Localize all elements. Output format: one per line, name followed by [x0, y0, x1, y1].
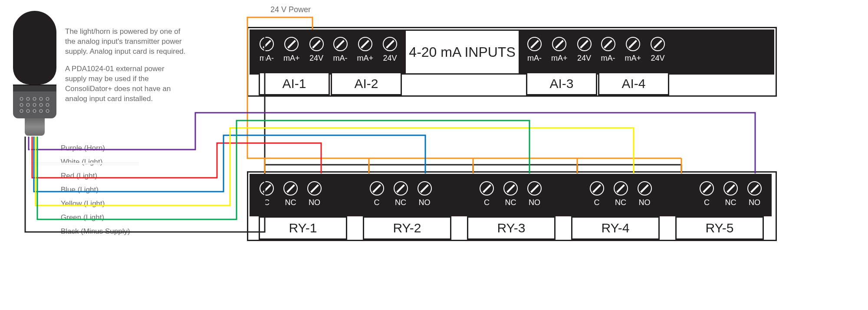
ai1-mA-: mA-	[260, 31, 274, 73]
ai2-mA-: mA-	[333, 31, 348, 73]
ry3-label: RY-3	[467, 216, 556, 240]
ry3-no: NO	[527, 175, 542, 215]
legend-red: Red (Light)	[61, 172, 97, 180]
power-label: 24 V Power	[270, 5, 311, 14]
ai3-24v: 24V	[577, 31, 592, 73]
relay-block: C NC NO C NC NO C NC NO C NC NO C NC NO	[250, 174, 772, 216]
tower-horn	[13, 91, 56, 118]
ry2-nc: NC	[394, 175, 408, 215]
ry4-no: NO	[638, 175, 652, 215]
ai2-mA+: mA+	[357, 31, 374, 73]
ry2-label: RY-2	[363, 216, 451, 240]
ry2-c: C	[370, 175, 384, 215]
ai4-24v: 24V	[651, 31, 665, 73]
tower-stem	[25, 118, 45, 136]
legend-white: White (Light)	[61, 158, 102, 166]
legend-green: Green (Light)	[61, 213, 104, 222]
ai3-label: AI-3	[526, 72, 597, 95]
light-horn-device	[13, 11, 56, 136]
legend-purple: Purple (Horn)	[61, 144, 105, 153]
ry5-nc: NC	[723, 175, 738, 215]
legend-yellow: Yellow (Light)	[61, 199, 105, 208]
ry1-nc: NC	[283, 175, 298, 215]
ry3-nc: NC	[503, 175, 518, 215]
ai3-mA+: mA+	[551, 31, 568, 73]
ry4-c: C	[590, 175, 604, 215]
tower-dome	[13, 11, 56, 85]
ry4-label: RY-4	[571, 216, 660, 240]
ry5-label: RY-5	[675, 216, 764, 240]
note-2: A PDA1024-01 external power supply may b…	[65, 64, 187, 104]
ry4-nc: NC	[614, 175, 628, 215]
analog-input-block: mA- mA+ 24V mA- mA+ 24V 4-20 mA INPUTS m…	[250, 29, 774, 75]
tower-band	[13, 85, 56, 91]
note-1: The light/horn is powered by one of the …	[65, 27, 187, 57]
ai1-24v: 24V	[309, 31, 324, 73]
ai4-label: AI-4	[598, 72, 669, 95]
ry1-no: NO	[307, 175, 322, 215]
ry5-c: C	[700, 175, 714, 215]
ai1-mA+: mA+	[283, 31, 300, 73]
ai4-mA-: mA-	[601, 31, 615, 73]
ry1-c: C	[260, 175, 274, 215]
ry1-label: RY-1	[259, 216, 347, 240]
ai2-24v: 24V	[383, 31, 397, 73]
ai1-label: AI-1	[259, 72, 330, 95]
ai3-mA-: mA-	[527, 31, 542, 73]
ry5-no: NO	[747, 175, 762, 215]
ry2-no: NO	[418, 175, 432, 215]
ry3-c: C	[480, 175, 494, 215]
legend-blue: Blue (Light)	[61, 186, 99, 194]
ai2-label: AI-2	[331, 72, 402, 95]
inputs-center-label: 4-20 mA INPUTS	[406, 31, 519, 73]
legend-black: Black (Minus Supply)	[61, 227, 130, 236]
ai4-mA+: mA+	[625, 31, 641, 73]
